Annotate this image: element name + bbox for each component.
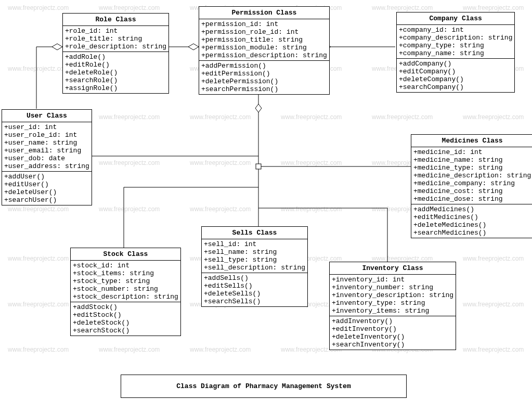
class-inventory: Inventory Class +inventory_id: int +inve… [329,262,456,350]
method: +deleteCompany() [399,75,512,83]
attr: +inventory_type: string [332,299,453,307]
method: +searchPermission() [201,85,327,93]
class-title: Medicines Class [411,135,532,147]
class-title: User Class [2,110,92,122]
watermark-text: www.freeprojectz.com [99,346,160,353]
method: +addInventory() [332,317,453,325]
attr: +stock_number: string [73,285,178,293]
attr: +medicine_company: string [413,179,531,187]
attr: +permission_id: int [201,20,327,28]
class-role: Role Class +role_id: int +role_title: st… [62,13,169,94]
method: +deletePermission() [201,78,327,85]
watermark-text: www.freeprojectz.com [372,255,433,262]
attr: +medicine_id: int [413,148,531,156]
method: +addPermission() [201,62,327,70]
watermark-text: www.freeprojectz.com [8,65,69,72]
attrs: +company_id: int +company_description: s… [397,25,514,59]
attrs: +inventory_id: int +inventory_number: st… [330,275,456,316]
attr: +company_description: string [399,34,512,42]
attr: +stock_id: int [73,262,178,269]
watermark-text: www.freeprojectz.com [463,346,524,353]
class-title: Inventory Class [330,262,456,275]
class-title: Company Class [397,12,514,25]
method: +editUser() [4,181,89,188]
attr: +role_description: string [65,43,166,50]
attr: +role_id: int [65,27,166,35]
attrs: +role_id: int +role_title: string +role_… [63,26,168,52]
attr: +medicine_description: string [413,172,531,179]
method: +addMedicines() [413,205,531,213]
attr: +inventory_number: string [332,284,453,291]
class-title: Role Class [63,14,168,26]
attr: +user_name: string [4,139,89,147]
caption-text: Class Diagram of Pharmacy Management Sys… [176,382,351,390]
watermark-text: www.freeprojectz.com [99,4,160,11]
attr: +stock_type: string [73,277,178,285]
attr: +permission_title: string [201,36,327,44]
attr: +user_email: string [4,147,89,154]
attrs: +medicine_id: int +medicine_name: string… [411,147,532,204]
class-sells: Sells Class +sell_id: int +sell_name: st… [201,226,308,307]
watermark-text: www.freeprojectz.com [8,255,69,262]
watermark-text: www.freeprojectz.com [190,205,251,213]
diagram-caption: Class Diagram of Pharmacy Management Sys… [121,375,407,398]
watermark-text: www.freeprojectz.com [372,4,433,11]
attr: +sell_name: string [204,248,305,256]
attr: +permission_role_id: int [201,28,327,36]
attr: +role_title: string [65,35,166,43]
class-title: Stock Class [71,248,180,261]
watermark-text: www.freeprojectz.com [281,113,342,121]
watermark-text: www.freeprojectz.com [463,4,524,11]
attr: +stock_items: string [73,269,178,277]
watermark-text: www.freeprojectz.com [463,113,524,121]
method: +editSells() [204,282,305,290]
attr: +medicine_name: string [413,156,531,164]
watermark-text: www.freeprojectz.com [99,113,160,121]
class-title: Sells Class [202,227,307,239]
class-permission: Permission Class +permission_id: int +pe… [199,6,330,95]
methods: +addMedicines() +editMedicines() +delete… [411,204,532,238]
class-title: Permission Class [199,7,329,19]
svg-marker-3 [255,104,262,112]
method: +deleteMedicines() [413,221,531,229]
attr: +user_address: string [4,162,89,170]
class-user: User Class +user_id: int +user_role_id: … [2,109,92,205]
watermark-text: www.freeprojectz.com [99,159,160,166]
method: +addSells() [204,274,305,282]
watermark-text: www.freeprojectz.com [190,159,251,166]
method: +editCompany() [399,68,512,75]
methods: +addCompany() +editCompany() +deleteComp… [397,59,514,92]
attr: +medicine_cost: string [413,187,531,195]
attr: +permission_description: string [201,52,327,59]
attr: +inventory_items: string [332,307,453,315]
method: +deleteRole() [65,69,166,76]
method: +searchCompany() [399,83,512,91]
methods: +addStock() +editStock() +deleteStock() … [71,302,180,336]
methods: +addPermission() +editPermission() +dele… [199,61,329,94]
methods: +addSells() +editSells() +deleteSells() … [202,273,307,306]
attr: +sell_id: int [204,240,305,248]
svg-marker-2 [52,44,62,50]
attr: +medicine_dose: string [413,195,531,203]
method: +deleteUser() [4,188,89,196]
method: +editRole() [65,61,166,69]
attrs: +permission_id: int +permission_role_id:… [199,19,329,61]
method: +addStock() [73,303,178,311]
svg-marker-0 [188,44,199,50]
attr: +company_type: string [399,42,512,49]
method: +searchUser() [4,196,89,204]
method: +assignRole() [65,84,166,92]
attr: +user_id: int [4,123,89,131]
svg-rect-4 [256,164,261,169]
attr: +sell_type: string [204,256,305,264]
watermark-text: www.freeprojectz.com [372,113,433,121]
method: +searchRole() [65,76,166,84]
attrs: +sell_id: int +sell_name: string +sell_t… [202,239,307,273]
attrs: +stock_id: int +stock_items: string +sto… [71,261,180,302]
method: +editInventory() [332,325,453,333]
watermark-text: www.freeprojectz.com [99,205,160,213]
watermark-text: www.freeprojectz.com [463,255,524,262]
attr: +company_id: int [399,26,512,34]
attr: +stock_description: string [73,293,178,301]
method: +searchInventory() [332,341,453,349]
